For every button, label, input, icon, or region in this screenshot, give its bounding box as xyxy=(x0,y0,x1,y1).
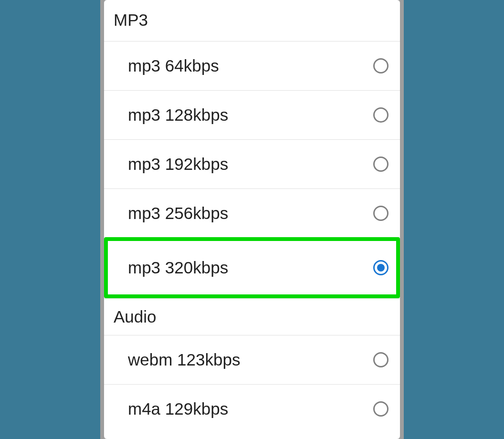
section-header-audio: Audio xyxy=(104,298,400,335)
radio-icon[interactable] xyxy=(373,58,388,73)
radio-icon[interactable] xyxy=(373,401,388,417)
option-mp3-256kbps[interactable]: mp3 256kbps xyxy=(104,188,400,238)
option-label: mp3 128kbps xyxy=(128,105,228,125)
option-webm-123kbps[interactable]: webm 123kbps xyxy=(104,335,400,384)
option-mp3-192kbps[interactable]: mp3 192kbps xyxy=(104,139,400,188)
option-mp3-320kbps[interactable]: mp3 320kbps xyxy=(104,237,400,298)
option-mp3-128kbps[interactable]: mp3 128kbps xyxy=(104,90,400,139)
section-title: Audio xyxy=(114,307,157,326)
radio-icon[interactable] xyxy=(373,107,388,123)
option-label: mp3 64kbps xyxy=(128,56,219,75)
option-label: m4a 129kbps xyxy=(128,399,228,418)
option-m4a-129kbps[interactable]: m4a 129kbps xyxy=(104,384,400,433)
section-title: MP3 xyxy=(114,10,148,29)
option-label: mp3 192kbps xyxy=(128,155,228,174)
radio-icon-selected[interactable] xyxy=(373,260,388,275)
option-label: mp3 256kbps xyxy=(128,204,228,223)
option-label: webm 123kbps xyxy=(128,350,240,369)
option-label: mp3 320kbps xyxy=(128,258,228,277)
option-mp3-64kbps[interactable]: mp3 64kbps xyxy=(104,41,400,90)
format-selection-panel: MP3 mp3 64kbps mp3 128kbps mp3 192kbps m… xyxy=(104,0,400,439)
radio-icon[interactable] xyxy=(373,157,388,172)
device-frame: MP3 mp3 64kbps mp3 128kbps mp3 192kbps m… xyxy=(100,0,404,439)
radio-icon[interactable] xyxy=(373,206,388,221)
section-header-mp3: MP3 xyxy=(104,0,400,41)
radio-icon[interactable] xyxy=(373,352,388,367)
